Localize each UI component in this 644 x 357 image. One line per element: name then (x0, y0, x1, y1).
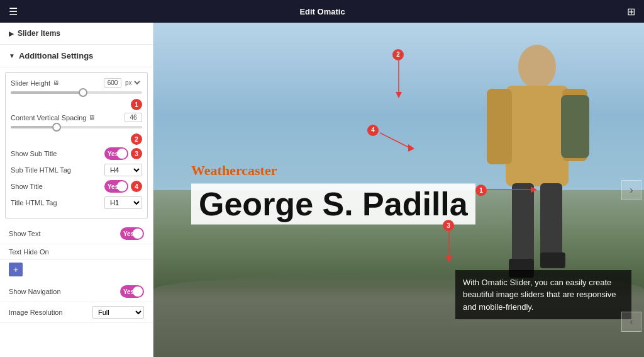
show-text-label: Show Text (9, 230, 41, 237)
monitor-icon-2: 🖥 (89, 114, 95, 121)
annotation-4-preview: 4 (367, 123, 379, 136)
show-text-row: Show Text Yes (0, 224, 153, 244)
sidebar: ▶ Slider Items ▼ Additional Settings Sli… (0, 23, 153, 357)
annotation-2-sidebar: 2 (131, 133, 142, 145)
slider-height-label-group: Slider Height 🖥 (11, 79, 59, 87)
svg-marker-12 (396, 92, 402, 98)
prev-slide-button[interactable]: ‹ (621, 312, 641, 332)
show-nav-toggle[interactable]: Yes (120, 285, 144, 298)
show-text-toggle[interactable]: Yes (120, 227, 144, 240)
svg-rect-2 (487, 89, 512, 164)
annotation-circle-4: 4 (367, 125, 379, 136)
content-spacing-slider[interactable] (11, 126, 142, 128)
svg-marker-14 (408, 144, 414, 152)
annotation-4-sidebar: 4 (131, 181, 142, 192)
subtitle-tag-label: Sub Title HTML Tag (11, 166, 71, 174)
additional-settings-section[interactable]: ▼ Additional Settings (0, 45, 153, 67)
annotation-3-preview: 3 (443, 219, 455, 263)
svg-marker-10 (531, 187, 537, 193)
annotation-1-preview: 1 (475, 184, 487, 196)
show-title-row: Show Title Yes 4 (11, 180, 142, 193)
text-hide-label: Text Hide On (9, 248, 49, 256)
show-nav-label: Show Navigation (9, 288, 61, 295)
image-res-row: Image Resolution Full Large Medium Thumb… (0, 302, 153, 323)
slide-content: Weathercaster George S. Padilla (191, 162, 475, 232)
title-tag-label: Title HTML Tag (11, 199, 57, 207)
monitor-icon-1: 🖥 (53, 79, 59, 86)
show-nav-row: Show Navigation Yes (0, 281, 153, 302)
slider-height-value[interactable]: 600 (104, 78, 121, 88)
show-title-label: Show Title (11, 183, 43, 190)
image-res-label: Image Resolution (9, 309, 63, 316)
svg-rect-5 (540, 183, 562, 259)
title-toggle-knob (117, 181, 127, 191)
plus-btn-container: + (0, 260, 153, 281)
annotation-1-sidebar: 1 (131, 99, 142, 110)
arrow-3-svg (443, 231, 455, 263)
toggle-knob (117, 149, 127, 159)
annotation-2-preview: 2 (392, 48, 405, 98)
additional-settings-label: Additional Settings (19, 51, 93, 60)
top-bar: ☰ Edit Omatic ⊞ (0, 0, 644, 23)
show-subtitle-row: Show Sub Title Yes 3 (11, 147, 142, 160)
content-spacing-value[interactable]: 46 (125, 113, 142, 122)
slider-items-label: Slider Items (18, 29, 60, 38)
arrow-2-svg (392, 60, 405, 98)
text-hide-row: Text Hide On (0, 244, 153, 260)
svg-line-13 (380, 133, 411, 149)
subtitle-tag-row: Sub Title HTML Tag H4 H1 H2 H3 (11, 164, 142, 176)
add-text-hide-button[interactable]: + (9, 263, 23, 276)
svg-rect-8 (561, 95, 589, 158)
top-bar-title: Edit Omatic (299, 7, 345, 16)
arrow-1-svg (487, 184, 537, 196)
body-text-box: With Omatic Slider, you can easily creat… (455, 270, 631, 320)
annotation-circle-1: 1 (475, 184, 487, 196)
svg-marker-16 (446, 256, 452, 263)
slider-height-slider[interactable] (11, 91, 142, 94)
subtitle-display: Weathercaster (191, 162, 475, 178)
show-title-toggle[interactable]: Yes (104, 180, 128, 193)
title-tag-select[interactable]: H1 H2 H3 H4 (104, 196, 142, 209)
text-toggle-knob (133, 229, 143, 239)
content-spacing-row: Content Vertical Spacing 🖥 46 (11, 113, 142, 122)
preview-area: Weathercaster George S. Padilla With Oma… (153, 23, 644, 357)
additional-settings-arrow: ▼ (9, 52, 15, 59)
hamburger-icon[interactable]: ☰ (9, 6, 18, 18)
grid-icon[interactable]: ⊞ (627, 6, 635, 18)
annotation-circle-2: 2 (392, 49, 404, 60)
slider-height-row: Slider Height 🖥 600 px % vh (11, 78, 142, 88)
content-spacing-label-group: Content Vertical Spacing 🖥 (11, 114, 95, 122)
annotation-circle-3: 3 (443, 220, 454, 231)
body-text-display: With Omatic Slider, you can easily creat… (463, 278, 616, 312)
main-layout: ▶ Slider Items ▼ Additional Settings Sli… (0, 23, 644, 357)
slider-items-arrow: ▶ (9, 30, 14, 37)
slider-height-label: Slider Height (11, 79, 50, 87)
svg-rect-7 (540, 252, 565, 268)
arrow-4-svg (380, 127, 418, 152)
svg-point-0 (518, 45, 556, 89)
slider-items-section[interactable]: ▶ Slider Items (0, 23, 153, 45)
chevron-right-icon: › (630, 184, 633, 196)
chevron-left-icon: ‹ (630, 316, 633, 327)
slider-height-unit[interactable]: px % vh (123, 79, 142, 87)
svg-rect-1 (506, 86, 569, 186)
show-subtitle-label: Show Sub Title (11, 150, 57, 157)
title-display: George S. Padilla (191, 183, 475, 224)
next-slide-button[interactable]: › (621, 180, 641, 200)
person-figure (468, 32, 606, 303)
annotation-3-sidebar: 3 (131, 148, 142, 159)
subtitle-tag-select[interactable]: H4 H1 H2 H3 (104, 164, 142, 176)
show-subtitle-toggle[interactable]: Yes (104, 147, 128, 160)
nav-toggle-knob (133, 286, 143, 297)
image-res-select[interactable]: Full Large Medium Thumbnail (92, 306, 144, 319)
title-tag-row: Title HTML Tag H1 H2 H3 H4 (11, 196, 142, 209)
settings-box: Slider Height 🖥 600 px % vh (5, 72, 148, 218)
content-spacing-label: Content Vertical Spacing (11, 114, 86, 122)
